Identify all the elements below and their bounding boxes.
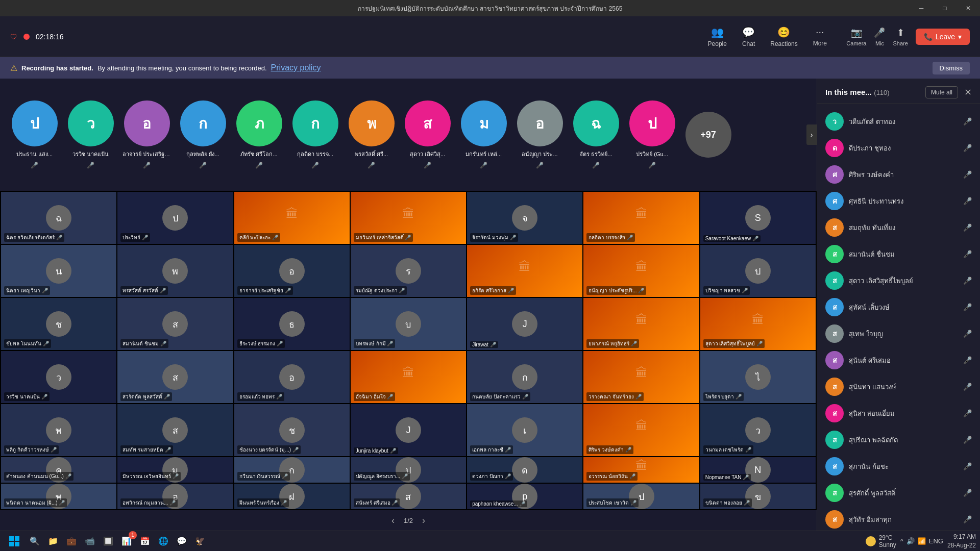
strip-participant[interactable]: ว วรวิช นาคแป้น 🎤 xyxy=(66,101,115,169)
video-cell[interactable]: 🏛 คลีย์ พะปีละอะ 🎤 xyxy=(234,192,350,244)
person-item[interactable]: ด ดีประภา ชุทอง 🎤 xyxy=(817,135,980,161)
video-cell[interactable]: ส สวรัตกัต พูลสวัสดิ์ 🎤 xyxy=(117,351,233,403)
strip-participant[interactable]: พ พรสวัสดิ์ ศรี... 🎤 xyxy=(347,101,396,169)
calendar-icon[interactable]: 📅 xyxy=(137,533,153,549)
next-page-button[interactable]: › xyxy=(418,515,429,526)
person-item[interactable]: ส สมถุทัย ทันเที่ยง 🎤 xyxy=(817,214,980,241)
mute-all-button[interactable]: Mute all xyxy=(925,86,958,98)
close-button[interactable]: ✕ xyxy=(957,0,980,16)
video-cell[interactable]: 🏛 อัจฉิมา อิ่มใจ 🎤 xyxy=(351,351,466,403)
video-cell[interactable]: บ บทรพงษ์ กักมี 🎤 xyxy=(351,298,466,350)
search-taskbar-icon[interactable]: 🔍 xyxy=(27,533,43,549)
person-item[interactable]: ส สุนันต์ ศรีเสมอ 🎤 xyxy=(817,347,980,373)
video-cell[interactable]: ป ปวิชญา พลสวข 🎤 xyxy=(700,245,816,297)
collapse-strip-button[interactable]: › xyxy=(806,124,817,145)
video-cell[interactable]: ก กนตษลัย ปังตะคาแรว 🎤 xyxy=(467,351,582,403)
strip-participant[interactable]: ภ ภัทรัช ศรีโอก... 🎤 xyxy=(235,101,283,169)
video-cell[interactable]: 🏛 สุดาว เลิศวิสุทธิ์ไพบูลย์ 🎤 xyxy=(700,298,816,350)
strip-participant[interactable]: ส สุดาว เลิศวิสุ... 🎤 xyxy=(403,101,452,169)
person-item[interactable]: ศ ศุทธินี ประทานทรง 🎤 xyxy=(817,188,980,214)
person-item[interactable]: ส สุดาว เลิศวิสุทธิ์ไพบูลย์ 🎤 xyxy=(817,267,980,294)
video-cell[interactable]: ป ประสบโชค เขาวิต 🎤 xyxy=(583,484,699,509)
person-item[interactable]: ส สุนิสา สอนเอี่ยม 🎤 xyxy=(817,400,980,427)
camera-button[interactable]: 📷 Camera xyxy=(846,27,866,46)
strip-participant[interactable]: อ อาจารย์ ประเสริฐชัย 🎤 xyxy=(122,101,171,169)
browser-icon[interactable]: 🌐 xyxy=(155,533,172,549)
video-cell[interactable]: ป ปตัญณูล อิศรงบรา... 🎤 xyxy=(351,457,466,483)
video-cell[interactable]: 🏛 ยหาภรณ์ หยุอิทธร์ 🎤 xyxy=(583,298,699,350)
lang-indicator[interactable]: ENG xyxy=(929,537,943,545)
video-cell[interactable]: อ อาจารย์ ประเสริฐชัย 🎤 xyxy=(234,245,350,297)
person-item[interactable]: ส สุวัทัร อิ่มสาทุก 🎤 xyxy=(817,506,980,531)
person-item[interactable]: ส สุรศักดิ์ พูลสวัสดิ์ 🎤 xyxy=(817,480,980,506)
person-item[interactable]: ส สมานันต์ ชื่นชม 🎤 xyxy=(817,241,980,267)
reactions-nav[interactable]: 😊 Reactions xyxy=(770,26,797,47)
video-cell[interactable]: ด ดวงภา ปัณกา 🎤 xyxy=(467,457,582,483)
video-cell[interactable]: ส สนันทร์ ศรีเสมอ 🎤 xyxy=(351,484,466,509)
minimize-button[interactable]: ─ xyxy=(910,0,933,16)
video-cell[interactable]: 🏛 อนัญญา ประดัชรูปริ... 🎤 xyxy=(583,245,699,297)
close-panel-button[interactable]: ✕ xyxy=(964,87,972,98)
video-cell[interactable]: ฝ ฝีนนทร์ จินทร์เรือง 🎤 xyxy=(234,484,350,509)
video-cell[interactable]: ช ช้องนาง บตรจัดน์ (มุ...) 🎤 xyxy=(234,404,350,456)
video-cell[interactable]: J Junjira klaybut 🎤 xyxy=(351,404,466,456)
mic-button[interactable]: 🎤 Mic xyxy=(874,27,885,46)
line-icon[interactable]: 💬 xyxy=(174,533,190,549)
strip-participant[interactable]: อ อนัญญา ประ... 🎤 xyxy=(516,101,564,169)
person-item[interactable]: ว วดีนภัตส์ ตาทอง 🎤 xyxy=(817,108,980,135)
video-cell[interactable]: 🏛 มยวินทร์ เหล่าจิสวัสดิ์ 🎤 xyxy=(351,192,466,244)
video-cell[interactable]: จ จิรารัตน์ มวงพุ่ม 🎤 xyxy=(467,192,582,244)
video-cell[interactable]: ส สมทัพ รมสายหยิต 🎤 xyxy=(117,404,233,456)
person-item[interactable]: ส สุภานัน ก้อชะ 🎤 xyxy=(817,453,980,480)
person-item[interactable]: ศ ศิริพร วงษ์คงคำ 🎤 xyxy=(817,161,980,188)
share-button[interactable]: ⬆ Share xyxy=(893,27,908,46)
more-nav[interactable]: ··· More xyxy=(813,26,827,47)
people-nav[interactable]: 👥 People xyxy=(708,26,727,47)
video-cell[interactable]: N Nopmanee TAN 🎤 xyxy=(700,457,816,483)
video-cell[interactable]: J Jirawat 🎤 xyxy=(467,298,582,350)
video-cell[interactable]: เ เอกพล กาละชื 🎤 xyxy=(467,404,582,456)
teams2-icon[interactable]: 📹 xyxy=(82,533,98,549)
video-cell[interactable]: S Saravoot Kaenkaew 🎤 xyxy=(700,192,816,244)
video-cell[interactable]: p paphaon kheawse... 🎤 xyxy=(467,484,582,509)
app-icon[interactable]: 🔲 xyxy=(100,533,116,549)
maximize-button[interactable]: □ xyxy=(933,0,957,16)
strip-participant[interactable]: +97 xyxy=(684,112,732,158)
video-cell[interactable]: ร รมย์ณัฐ ดวงประกา 🎤 xyxy=(351,245,466,297)
video-cell[interactable]: ม มิษวรรณ เจวิษยอินทร์ 🎤 xyxy=(117,457,233,483)
strip-participant[interactable]: ป ปรวิทย์ (Gu... 🎤 xyxy=(628,101,676,169)
video-cell[interactable]: ธ ธีระวงษ์ ธรรมกง 🎤 xyxy=(234,298,350,350)
video-cell[interactable]: ป ประวิทย์ 🎤 xyxy=(117,192,233,244)
video-cell[interactable]: 🏛 ศิริพร วงษ์คงคำ 🎤 xyxy=(583,404,699,456)
person-item[interactable]: ส สุปรีณา พลฉัตกัต 🎤 xyxy=(817,427,980,453)
video-cell[interactable]: ไ ไพรัตร บยุดา 🎤 xyxy=(700,351,816,403)
dismiss-button[interactable]: Dismiss xyxy=(933,62,970,74)
leave-button[interactable]: 📞 Leave ▾ xyxy=(916,29,970,45)
video-cell[interactable]: น นิตยา เพญวินา 🎤 xyxy=(1,245,116,297)
strip-participant[interactable]: ก กุลดิดา บรรจ... 🎤 xyxy=(291,101,339,169)
video-cell[interactable]: ก กวีนนา เงินสวรรณ์ 🎤 xyxy=(234,457,350,483)
expand-tray-icon[interactable]: ^ xyxy=(900,537,903,545)
strip-participant[interactable]: ป ประธาน แสง... 🎤 xyxy=(10,101,59,169)
strip-participant[interactable]: ฉ อัตร ธรวิทย์... 🎤 xyxy=(572,101,620,169)
video-cell[interactable]: ว วรวิช นาคแป้น 🎤 xyxy=(1,351,116,403)
video-cell[interactable]: ข ขนิตตา ทองลอย 🎤 xyxy=(700,484,816,509)
chat-nav[interactable]: 💬 Chat xyxy=(742,26,755,47)
video-cell[interactable]: อ อพวิกรณ์ กมุมสาน... 🎤 xyxy=(117,484,233,509)
person-item[interactable]: ส สุทัศน์ เลิ้บวงษ์ 🎤 xyxy=(817,294,980,320)
person-item[interactable]: ส สุนันทา แสนวงษ์ 🎤 xyxy=(817,373,980,400)
prev-page-button[interactable]: ‹ xyxy=(387,515,399,526)
video-cell[interactable]: ว วนกมล เตชไพรัต 🎤 xyxy=(700,404,816,456)
start-button[interactable] xyxy=(4,533,24,549)
video-cell[interactable]: อ อรอมแก้ว ทอพร 🎤 xyxy=(234,351,350,403)
file-manager-icon[interactable]: 📁 xyxy=(45,533,61,549)
person-item[interactable]: ส สุเทพ ใจบุญ 🎤 xyxy=(817,320,980,347)
strip-participant[interactable]: ม มกรันทร์ เหล่... 🎤 xyxy=(459,101,508,169)
app2-icon[interactable]: 🦅 xyxy=(192,533,208,549)
video-cell[interactable]: 🏛 อกิรัต ศรีโอกาส 🎤 xyxy=(467,245,582,297)
video-cell[interactable]: ช ชัยพล โนนนทัน 🎤 xyxy=(1,298,116,350)
video-cell[interactable]: 🏛 อวรรรณ น้อยวิถัน 🎤 xyxy=(583,457,699,483)
video-cell[interactable]: 🏛 กลอิตา บรรจงสิร 🎤 xyxy=(583,192,699,244)
video-cell[interactable]: พ พลิกู กิดคีวาวรหงษ์ 🎤 xyxy=(1,404,116,456)
video-cell[interactable]: 🏛 วรางคณา จันทร์วอง 🎤 xyxy=(583,351,699,403)
